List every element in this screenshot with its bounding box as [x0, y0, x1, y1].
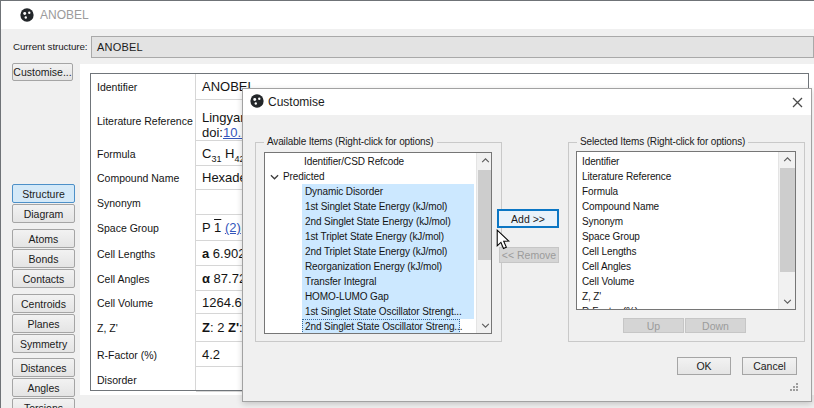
sidebar-button-bonds[interactable]: Bonds [12, 249, 75, 268]
sidebar-button-contacts[interactable]: Contacts [12, 269, 75, 288]
available-item[interactable]: Dynamic Disorder [302, 184, 474, 199]
available-item[interactable]: 1st Triplet State Energy (kJ/mol) [302, 229, 474, 244]
available-items-list[interactable]: Identifier/CSD RefcodePredictedDynamic D… [264, 152, 492, 334]
property-value: a 6.902 [202, 246, 245, 261]
up-button-label: Up [647, 320, 660, 332]
selected-item[interactable]: Cell Lengths [582, 244, 636, 259]
available-item-label: Identifier/CSD Refcode [304, 156, 404, 167]
sidebar-button-centroids[interactable]: Centroids [12, 294, 75, 313]
close-icon [792, 97, 803, 108]
property-label: Identifier [97, 81, 137, 93]
scroll-down-button[interactable] [779, 294, 796, 309]
sidebar-button-angles[interactable]: Angles [12, 378, 75, 397]
property-label: Disorder [97, 374, 137, 386]
selected-item[interactable]: Synonym [582, 214, 623, 229]
property-label: Space Group [97, 222, 159, 234]
property-label: Compound Name [97, 172, 179, 184]
value-bold: Z [202, 320, 210, 335]
current-structure-label: Current structure: [13, 41, 87, 52]
selected-item[interactable]: Z, Z' [582, 289, 601, 304]
available-item[interactable]: 2nd Singlet State Energy (kJ/mol) [302, 214, 474, 229]
selected-items-label: Selected Items (Right-click for options) [577, 136, 748, 147]
ok-button-label: OK [696, 360, 711, 372]
available-item[interactable]: 2nd Triplet State Energy (kJ/mol) [302, 244, 474, 259]
mouse-cursor [495, 229, 511, 251]
cancel-button[interactable]: Cancel [742, 357, 797, 375]
selected-item[interactable]: Literature Reference [582, 169, 671, 184]
property-label: Synonym [97, 197, 141, 209]
available-item-label: Predicted [283, 171, 324, 182]
sidebar-button-structure[interactable]: Structure [12, 184, 75, 203]
scroll-down-icon [481, 323, 490, 328]
selected-item[interactable]: Space Group [582, 229, 640, 244]
selected-item[interactable]: Identifier [582, 154, 619, 169]
dialog-logo-icon [250, 94, 264, 108]
selected-item[interactable]: Cell Volume [582, 274, 634, 289]
available-item[interactable]: Identifier/CSD Refcode [304, 154, 404, 169]
sidebar-button-distances[interactable]: Distances [12, 358, 75, 377]
value-text: : 2 [210, 320, 228, 335]
scrollbar[interactable] [476, 153, 492, 333]
dialog-titlebar[interactable]: Customise [243, 89, 811, 115]
down-button[interactable]: Down [685, 318, 746, 333]
available-item[interactable]: 2nd Singlet State Oscillator Streng... [302, 319, 460, 334]
available-item[interactable]: HOMO-LUMO Gap [302, 289, 474, 304]
scroll-up-icon [481, 158, 490, 163]
customise-button-label: Customise... [13, 66, 71, 78]
scrollbar-thumb[interactable] [478, 170, 492, 260]
expanded-chevron-icon[interactable] [270, 171, 279, 182]
available-item[interactable]: Predicted [270, 169, 324, 184]
add-button[interactable]: Add >> [497, 209, 559, 228]
dialog-close-button[interactable] [783, 89, 811, 115]
available-item-label: 2nd Singlet State Energy (kJ/mol) [305, 216, 451, 227]
scrollbar-thumb[interactable] [780, 168, 795, 272]
property-label: Formula [97, 148, 136, 160]
selected-item[interactable]: Formula [582, 184, 618, 199]
sidebar-button-symmetry[interactable]: Symmetry [12, 334, 75, 353]
main-titlebar: ANOBEL [1, 1, 814, 29]
available-item-label: Dynamic Disorder [305, 186, 383, 197]
sidebar-button-atoms[interactable]: Atoms [12, 229, 75, 248]
scroll-down-button[interactable] [477, 318, 492, 333]
customise-button[interactable]: Customise... [12, 63, 73, 81]
available-item[interactable]: Reorganization Energy (kJ/mol) [302, 259, 474, 274]
value-text: Hexade [202, 170, 247, 185]
selected-item[interactable]: R-Factor (%) [582, 304, 638, 310]
application-window: ANOBEL Current structure: ANOBEL Customi… [0, 0, 814, 408]
ok-button[interactable]: OK [677, 357, 731, 375]
scroll-down-icon [783, 299, 792, 304]
available-item-label: 2nd Singlet State Oscillator Streng... [305, 321, 462, 332]
current-structure-field[interactable]: ANOBEL [91, 36, 814, 58]
available-item-label: HOMO-LUMO Gap [305, 291, 389, 302]
property-value: Hexade [202, 170, 247, 185]
available-item[interactable]: 1st Singlet State Energy (kJ/mol) [302, 199, 474, 214]
property-label: Z, Z' [97, 322, 118, 334]
value-text: Lingyan [202, 110, 248, 125]
available-item[interactable]: 1st Singlet State Oscillator Strengt... [302, 304, 474, 319]
selected-item[interactable]: Cell Angles [582, 259, 631, 274]
available-item-label: 1st Singlet State Energy (kJ/mol) [305, 201, 447, 212]
dialog-title: Customise [268, 95, 325, 109]
cancel-button-label: Cancel [753, 360, 786, 372]
property-label: Cell Lengths [97, 248, 155, 260]
scrollbar[interactable] [778, 152, 796, 309]
selected-items-list[interactable]: IdentifierLiterature ReferenceFormulaCom… [576, 151, 796, 310]
scroll-up-button[interactable] [477, 153, 492, 168]
selected-item[interactable]: Compound Name [582, 199, 659, 214]
resize-grip[interactable] [789, 382, 799, 392]
sidebar-button-planes[interactable]: Planes [12, 314, 75, 333]
add-button-label: Add >> [511, 213, 545, 225]
value-link[interactable]: (2) [225, 220, 241, 235]
sidebar-button-diagram[interactable]: Diagram [12, 204, 75, 223]
sidebar-button-torsions[interactable]: Torsions [12, 398, 75, 408]
value-bold: Z' [228, 320, 239, 335]
up-button[interactable]: Up [623, 318, 684, 333]
value-text: 6.902 [209, 246, 245, 261]
value-text: P [202, 220, 214, 235]
value-text: H [221, 146, 234, 161]
available-item-label: 2nd Triplet State Energy (kJ/mol) [305, 246, 447, 257]
property-value: α 87.72 [202, 271, 246, 286]
property-value: 4.2 [202, 347, 220, 362]
available-item[interactable]: Transfer Integral [302, 274, 474, 289]
scroll-up-button[interactable] [779, 152, 796, 167]
